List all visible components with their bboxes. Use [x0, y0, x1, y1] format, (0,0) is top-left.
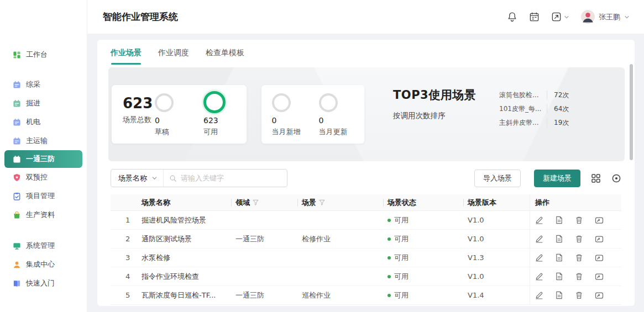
status-dot — [388, 275, 391, 278]
sidebar-item-jidian[interactable]: 机电 — [0, 113, 87, 131]
scene-domain: 一通三防 — [235, 290, 302, 300]
bell-icon[interactable] — [507, 12, 517, 22]
calendar-icon — [13, 81, 21, 89]
share-icon[interactable] — [595, 272, 604, 281]
stats-banner: 623 场景总数 0 草稿 623 可用 0 当月新增 — [108, 67, 625, 161]
sidebar-item-zhuyunshu[interactable]: 主运输 — [0, 131, 87, 150]
monitor-icon — [13, 242, 21, 250]
col-actions: 操作 — [530, 194, 621, 210]
user-menu[interactable]: 张王鹏 — [581, 10, 630, 24]
trash-icon[interactable] — [575, 272, 583, 281]
vertical-scrollbar[interactable] — [630, 64, 633, 160]
col-scene-label: 场景 — [302, 198, 316, 208]
sidebar-item-xitongguanli[interactable]: 系统管理 — [0, 236, 87, 255]
grid-view-icon[interactable] — [591, 173, 601, 183]
scene-table: 场景名称 领域 场景 场景状态 场景版本 操作 1 掘进机风险管控场景 可用 V… — [111, 194, 621, 305]
stat-available: 623 可用 — [203, 93, 239, 138]
status-dot — [388, 219, 391, 222]
col-name: 场景名称 — [142, 194, 235, 210]
scene-version: V1.0 — [468, 216, 530, 224]
sidebar-item-zongcai[interactable]: 综采 — [0, 75, 87, 94]
tab-schedule[interactable]: 作业调度 — [158, 48, 189, 65]
col-index — [111, 194, 142, 210]
search-icon — [169, 174, 177, 182]
sidebar-item-workbench[interactable]: 工作台 — [0, 45, 87, 64]
share-icon[interactable] — [595, 291, 604, 300]
edit-pencil-icon[interactable] — [535, 291, 543, 299]
edit-pencil-icon[interactable] — [535, 272, 543, 281]
search-input[interactable] — [181, 174, 287, 182]
scene-version: V1.4 — [468, 291, 530, 299]
trash-icon[interactable] — [575, 291, 583, 299]
col-scene: 场景 — [302, 194, 388, 210]
table-row[interactable]: 2 通防区测试场景 一通三防 检修作业 可用 V1.0 — [111, 230, 621, 248]
scene-name: 瓦斯浓度每日巡检-TF... — [142, 290, 235, 300]
top3-subtitle: 按调用次数排序 — [393, 111, 490, 121]
table-row[interactable]: 4 指令作业环境检查 可用 V1.0 — [111, 267, 621, 286]
table-row[interactable]: 5 瓦斯浓度每日巡检-TF... 一通三防 巡检作业 可用 V1.4 — [111, 286, 621, 305]
filter-funnel-icon[interactable] — [319, 199, 325, 205]
trash-icon[interactable] — [575, 216, 583, 224]
col-domain-label: 领域 — [235, 198, 250, 208]
filter-funnel-icon[interactable] — [253, 199, 259, 205]
status-dot — [388, 256, 391, 260]
row-index: 3 — [111, 253, 142, 262]
calendar-icon — [13, 118, 21, 126]
sidebar-item-shengchanziliao[interactable]: 生产资料 — [0, 205, 87, 224]
available-value: 623 — [203, 116, 218, 125]
sidebar-item-shuangyukong[interactable]: 双预控 — [0, 168, 87, 187]
available-label: 可用 — [203, 127, 218, 137]
settings-gear-icon[interactable] — [611, 173, 621, 183]
share-icon[interactable] — [595, 235, 604, 244]
scene-type: 检修作业 — [302, 234, 388, 244]
total-scenes-label: 场景总数 — [123, 115, 155, 125]
row-actions — [530, 286, 621, 304]
tab-checklist-template[interactable]: 检查单模板 — [206, 48, 244, 65]
copy-file-icon[interactable] — [555, 216, 563, 224]
create-scene-button[interactable]: 新建场景 — [534, 170, 580, 187]
trash-icon[interactable] — [575, 235, 583, 243]
scene-version: V1.0 — [468, 235, 530, 243]
tab-scene[interactable]: 作业场景 — [111, 48, 142, 65]
trash-icon[interactable] — [575, 253, 583, 262]
copy-file-icon[interactable] — [555, 253, 563, 262]
row-actions — [530, 267, 621, 285]
import-scene-button[interactable]: 导入场景 — [474, 170, 521, 187]
calendar-icon[interactable] — [529, 12, 540, 22]
table-row[interactable]: 1 掘进机风险管控场景 可用 V1.0 — [111, 211, 621, 230]
calendar-icon — [13, 137, 21, 145]
month-new-value: 0 — [272, 116, 277, 125]
copy-file-icon[interactable] — [555, 272, 563, 281]
sidebar-item-label: 机电 — [26, 117, 40, 127]
topbar: 智能作业管理系统 张王鹏 — [87, 0, 644, 34]
page-title: 智能作业管理系统 — [103, 10, 178, 23]
col-version: 场景版本 — [468, 194, 530, 210]
ring-gray — [155, 93, 174, 112]
sidebar-item-xiangmuguanli[interactable]: 项目管理 — [0, 187, 87, 205]
sidebar-item-kuaisurumen[interactable]: 快速入门 — [0, 274, 87, 293]
month-updated-value: 0 — [319, 116, 324, 125]
copy-file-icon[interactable] — [555, 291, 563, 299]
search-group: 场景名称 — [111, 169, 287, 187]
search-field-select[interactable]: 场景名称 — [111, 170, 164, 187]
top3-item-name: 101皮带_每... — [499, 104, 541, 114]
status-text: 可用 — [394, 253, 409, 263]
user-icon — [13, 261, 21, 269]
calendar-icon — [13, 99, 21, 108]
edit-pencil-icon[interactable] — [535, 253, 543, 262]
sidebar-item-juejin[interactable]: 掘进 — [0, 94, 87, 113]
sidebar-item-label: 双预控 — [26, 172, 48, 182]
sidebar-item-yitongsanfang[interactable]: 一通三防 — [4, 150, 82, 168]
status-text: 可用 — [394, 234, 409, 244]
share-icon[interactable] — [595, 253, 604, 262]
top3-list: 滚筒包胶检... 72次 101皮带_每... 64次 主斜井皮带... 19次 — [499, 87, 569, 130]
copy-file-icon[interactable] — [555, 235, 563, 243]
edit-pencil-icon[interactable] — [535, 235, 543, 243]
sidebar-item-jichengzhongxin[interactable]: 集成中心 — [0, 255, 87, 274]
app-export-menu[interactable] — [551, 12, 569, 22]
table-row[interactable]: 3 水泵检修 可用 V1.3 — [111, 248, 621, 267]
share-icon[interactable] — [595, 216, 604, 225]
edit-pencil-icon[interactable] — [535, 216, 543, 224]
top3-item-name: 滚筒包胶检... — [499, 91, 541, 100]
sidebar-item-label: 综采 — [26, 80, 40, 89]
